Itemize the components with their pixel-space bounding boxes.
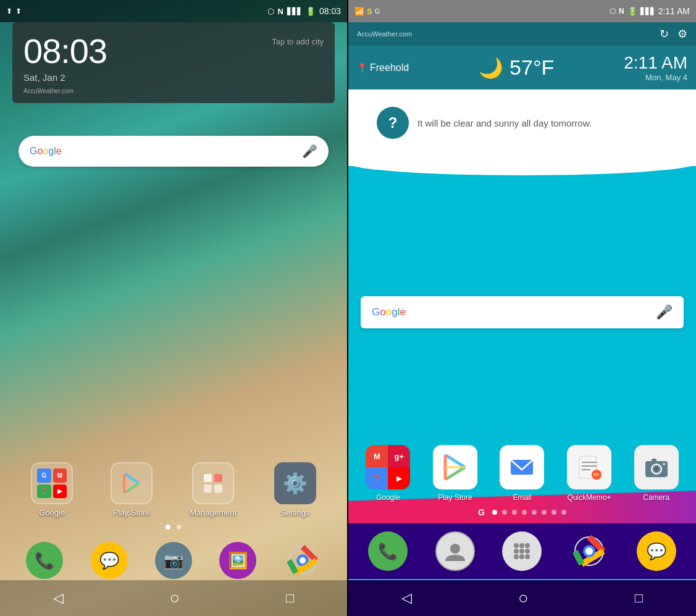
left-accu-logo: AccuWeather.com: [23, 88, 324, 94]
forecast-text: It will be clear and sunny all day tomor…: [417, 117, 592, 130]
accu-header: AccuWeather.com ↻ ⚙: [348, 22, 696, 46]
playstore-icon-right: [433, 445, 477, 489]
battery-icon: 🔋: [306, 7, 316, 16]
left-weather-widget[interactable]: 08:03 Sat, Jan 2 Tap to add city AccuWea…: [12, 22, 335, 103]
left-status-icons: ⬆ ⬆: [6, 7, 22, 15]
right-phone: 📶 S G ⬡ N 🔋 ▋▋▋ 2:11 AM AccuWeather.com …: [348, 0, 696, 616]
app-google-left[interactable]: G M 📍 ▶ Google: [31, 462, 73, 517]
right-recent-btn[interactable]: □: [635, 590, 643, 606]
svg-rect-27: [652, 459, 656, 462]
right-dot-4[interactable]: [522, 510, 527, 515]
svg-rect-6: [204, 485, 212, 493]
left-add-city[interactable]: Tap to add city: [272, 37, 324, 46]
left-back-btn[interactable]: ◁: [53, 590, 64, 606]
upload-icon: ⬆: [6, 7, 12, 15]
app-email-label-right: Email: [513, 493, 531, 502]
forecast-bubble: ?: [377, 107, 409, 139]
left-status-bar: ⬆ ⬆ ⬡ N ▋▋▋ 🔋 08:03: [0, 0, 347, 22]
management-icon: [192, 462, 234, 504]
dock-phone-right[interactable]: 📞: [368, 531, 408, 571]
dock-phone-left[interactable]: 📞: [26, 542, 63, 579]
svg-point-35: [525, 549, 530, 554]
accu-logo: AccuWeather.com: [357, 30, 412, 38]
left-app-grid: G M 📍 ▶ Google Play Store: [0, 462, 347, 517]
svg-line-13: [445, 455, 465, 467]
page-dot-1[interactable]: [166, 525, 170, 530]
accu-settings-icon[interactable]: ⚙: [677, 27, 687, 41]
location-name: Freehold: [370, 62, 409, 73]
left-phone: ⬆ ⬆ ⬡ N ▋▋▋ 🔋 08:03 08:03 Sat, Jan 2 Tap…: [0, 0, 347, 616]
right-dot-5[interactable]: [532, 510, 537, 515]
accu-temp-area: 🌙 57°F: [479, 56, 554, 80]
app-management-left[interactable]: Management: [190, 462, 237, 517]
left-nav-bar: ◁ ○ □: [0, 580, 347, 616]
maps-cell: 📍: [366, 467, 388, 489]
svg-point-38: [525, 554, 530, 559]
right-nav-bar: ◁ ○ □: [348, 580, 696, 616]
right-dot-1[interactable]: [492, 510, 497, 515]
dock-chrome-right[interactable]: [569, 531, 609, 571]
svg-line-1: [124, 473, 139, 483]
accu-location: 📍 Freehold: [357, 62, 409, 73]
right-dock: 📞: [348, 523, 696, 579]
dock-chrome-left[interactable]: [284, 542, 321, 579]
left-status-time: 08:03: [319, 6, 341, 16]
location-pin-icon: 📍: [357, 63, 367, 73]
email-icon: [500, 445, 544, 489]
app-settings-left[interactable]: ⚙️ Settings: [274, 462, 316, 517]
svg-point-36: [514, 554, 519, 559]
left-dock: 📞 💬 📷 🖼️: [0, 542, 347, 579]
forecast-card: ? It will be clear and sunny all day tom…: [367, 98, 677, 148]
app-camera-right[interactable]: Camera: [634, 445, 679, 502]
svg-point-29: [450, 544, 460, 554]
settings-icon-left: ⚙️: [274, 462, 316, 504]
svg-text:✏: ✏: [593, 470, 600, 479]
wifi-icon-right: 📶: [354, 7, 364, 16]
right-search-bar[interactable]: Google 🎤: [361, 296, 684, 328]
left-page-dots: [0, 525, 347, 530]
right-status-time: 2:11 AM: [658, 6, 690, 16]
app-google-right[interactable]: M g+ 📍 ▶ Google: [366, 445, 410, 502]
dock-contacts-right[interactable]: [435, 531, 475, 571]
signal-bars-right: ▋▋▋: [640, 7, 655, 15]
camera-svg: [643, 454, 670, 481]
yt-mini: ▶: [53, 485, 67, 499]
dock-messages-left[interactable]: 💬: [91, 542, 128, 579]
right-mic-icon[interactable]: 🎤: [656, 304, 673, 320]
right-status-icons: 📶 S G: [354, 7, 380, 16]
right-dot-8[interactable]: [561, 510, 566, 515]
app-email-right[interactable]: Email: [500, 445, 544, 502]
left-recent-btn[interactable]: □: [286, 590, 294, 606]
right-dot-6[interactable]: [542, 510, 547, 515]
right-dot-2[interactable]: [502, 510, 507, 515]
accu-controls: ↻ ⚙: [660, 27, 687, 41]
nfc-icon: N: [278, 7, 283, 16]
svg-point-32: [525, 543, 530, 548]
right-back-btn[interactable]: ◁: [401, 590, 412, 606]
dock-camera-left[interactable]: 📷: [155, 542, 192, 579]
app-playstore-right[interactable]: Play Store: [433, 445, 477, 502]
app-memo-right[interactable]: ✏ QuickMemo+: [567, 445, 611, 502]
app-google-label-left: Google: [39, 508, 65, 517]
left-weather-date: Sat, Jan 2: [23, 72, 107, 83]
chrome-icon-left: [287, 545, 318, 576]
right-dot-7[interactable]: [551, 510, 556, 515]
right-home-btn[interactable]: ○: [518, 588, 529, 608]
page-dot-2[interactable]: [177, 525, 182, 530]
app-settings-label-left: Settings: [280, 508, 309, 517]
app-playstore-left[interactable]: Play Store: [111, 462, 153, 517]
dock-apps-right[interactable]: [502, 531, 542, 571]
signal3-icon-right: G: [375, 7, 380, 15]
left-search-bar[interactable]: Google 🎤: [19, 136, 329, 167]
dock-gallery-left[interactable]: 🖼️: [219, 542, 256, 579]
moon-icon: 🌙: [479, 56, 503, 80]
right-dot-3[interactable]: [512, 510, 517, 515]
email-svg: [508, 454, 535, 481]
upload2-icon: ⬆: [15, 7, 22, 15]
left-home-btn[interactable]: ○: [169, 588, 180, 608]
left-mic-icon[interactable]: 🎤: [302, 144, 317, 159]
dock-messages-right[interactable]: 💬: [637, 531, 676, 571]
accu-refresh-icon[interactable]: ↻: [660, 27, 669, 41]
camera-icon-right: [634, 445, 679, 489]
memo-svg: ✏: [576, 454, 603, 481]
